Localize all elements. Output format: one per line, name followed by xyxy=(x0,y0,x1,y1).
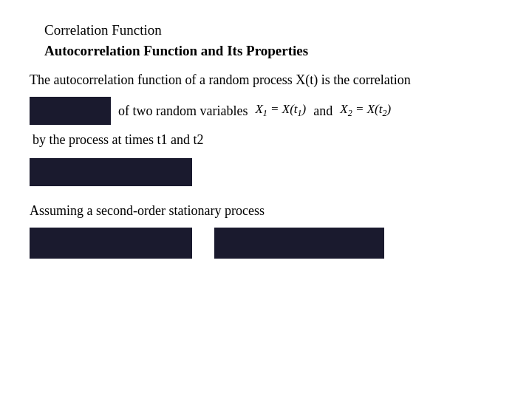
formula-box-3 xyxy=(30,228,192,259)
line4-row xyxy=(30,158,502,190)
formula-box-1 xyxy=(30,97,111,125)
math-x1: X1 = X(t1) xyxy=(255,102,306,119)
line2-and: and xyxy=(313,103,332,119)
line5-text: Assuming a second-order stationary proce… xyxy=(30,203,502,219)
line3-text: by the process at times t1 and t2 xyxy=(33,132,502,148)
formula-box-2 xyxy=(30,158,192,186)
line2-text: of two random variables xyxy=(118,103,248,119)
page-subtitle: Autocorrelation Function and Its Propert… xyxy=(44,43,502,59)
page-title: Correlation Function xyxy=(44,22,502,38)
line1-text: The autocorrelation function of a random… xyxy=(30,72,502,88)
line2-row: of two random variables X1 = X(t1) and X… xyxy=(30,97,502,125)
formula-box-4 xyxy=(214,228,384,259)
math-x2: X2 = X(t2) xyxy=(340,102,391,119)
line6-row xyxy=(30,228,502,259)
